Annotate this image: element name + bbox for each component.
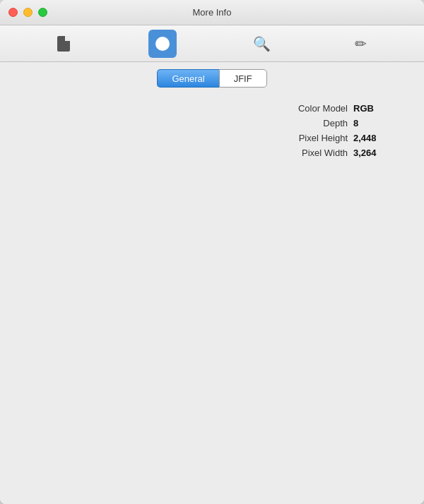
maximize-button[interactable] bbox=[38, 8, 47, 17]
pixel-height-label: Pixel Height bbox=[277, 133, 348, 143]
search-tab-button[interactable]: 🔍 bbox=[247, 30, 276, 58]
file-tab-button[interactable] bbox=[49, 30, 78, 58]
table-row: Depth 8 bbox=[28, 118, 396, 128]
info-tab-button[interactable]: i bbox=[148, 30, 177, 58]
window-title: More Info bbox=[193, 7, 232, 18]
minimize-button[interactable] bbox=[23, 8, 33, 17]
window-controls bbox=[8, 8, 47, 17]
general-tab[interactable]: General bbox=[157, 69, 218, 88]
file-icon bbox=[57, 36, 70, 52]
color-model-value: RGB bbox=[353, 103, 396, 114]
depth-value: 8 bbox=[353, 118, 396, 128]
pixel-width-value: 3,264 bbox=[353, 148, 396, 158]
table-row: Pixel Height 2,448 bbox=[28, 133, 396, 143]
info-icon: i bbox=[155, 37, 170, 51]
pixel-height-value: 2,448 bbox=[353, 133, 396, 143]
table-row: Pixel Width 3,264 bbox=[28, 148, 396, 158]
segmented-control: General JFIF bbox=[0, 62, 424, 92]
window: More Info i 🔍 ✏ General JFIF Color Model… bbox=[0, 0, 424, 504]
table-row: Color Model RGB bbox=[28, 103, 396, 114]
content-area: Color Model RGB Depth 8 Pixel Height 2,4… bbox=[0, 92, 424, 504]
edit-tab-button[interactable]: ✏ bbox=[346, 30, 375, 58]
toolbar: i 🔍 ✏ bbox=[0, 25, 424, 62]
close-button[interactable] bbox=[8, 8, 18, 17]
pencil-icon: ✏ bbox=[355, 35, 367, 52]
color-model-label: Color Model bbox=[277, 103, 348, 114]
pixel-width-label: Pixel Width bbox=[277, 148, 348, 158]
search-icon: 🔍 bbox=[253, 35, 271, 52]
info-table: Color Model RGB Depth 8 Pixel Height 2,4… bbox=[0, 103, 424, 158]
jfif-tab[interactable]: JFIF bbox=[219, 69, 267, 88]
depth-label: Depth bbox=[277, 118, 348, 128]
title-bar: More Info bbox=[0, 0, 424, 25]
